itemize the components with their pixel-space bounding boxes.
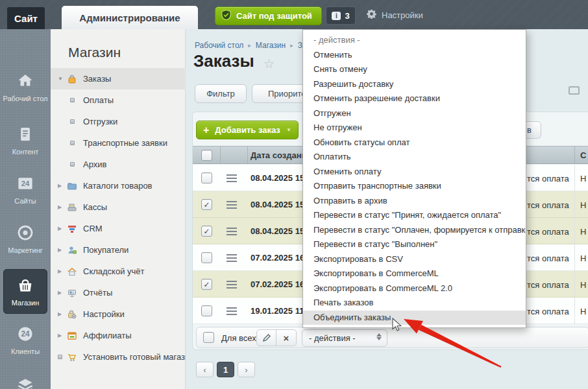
page-next-button[interactable]: ›: [238, 362, 255, 377]
sidebar-item-sub-4[interactable]: Архив: [51, 154, 186, 175]
row-menu-icon[interactable]: [227, 307, 237, 315]
actions-menu-item[interactable]: Снять отмену: [303, 62, 526, 77]
actions-menu-item[interactable]: Отправить в архив: [303, 194, 526, 209]
rail-item-services[interactable]: Сервисы: [0, 375, 51, 389]
actions-menu-item[interactable]: Отменить оплату: [303, 165, 526, 180]
page-prev-button[interactable]: ‹: [196, 362, 214, 377]
actions-menu-item[interactable]: Обновить статусы оплат: [303, 136, 526, 150]
sidebar-item-cart[interactable]: Установить готовый магазин: [51, 346, 186, 368]
notifications-button[interactable]: i 3: [326, 6, 356, 25]
column-divider: [574, 298, 575, 324]
filter-button[interactable]: Фильтр: [195, 84, 247, 103]
row-menu-icon[interactable]: [227, 281, 237, 289]
chevron-down-icon[interactable]: ▼: [58, 76, 63, 82]
sidebar-item-affiliates[interactable]: ▶Аффилиаты: [51, 325, 186, 346]
rail-item-label: Маркетинг: [0, 246, 51, 255]
module-rail: Рабочий столКонтент24СайтыМаркетингМагаз…: [0, 29, 51, 389]
column-header-partial[interactable]: С: [580, 150, 586, 160]
row-checkbox[interactable]: ✓: [201, 279, 212, 290]
sidebar-item-label: Отчёты: [83, 288, 112, 298]
rail-item-content[interactable]: Контент: [0, 124, 51, 156]
page-number-button[interactable]: 1: [217, 362, 234, 377]
actions-menu-item[interactable]: Экспортировать в CSV: [303, 252, 526, 267]
tab-site[interactable]: Сайт: [7, 7, 45, 29]
row-checkbox[interactable]: [201, 305, 212, 316]
row-checkbox[interactable]: [201, 252, 212, 263]
actions-menu-item[interactable]: Печать заказов: [303, 296, 526, 311]
actions-menu-item[interactable]: Экспортировать в CommerceML 2.0: [303, 281, 526, 296]
sidebar-item-warehouse[interactable]: ▶Складской учёт: [51, 261, 186, 282]
for-all-checkbox[interactable]: [203, 332, 214, 343]
row-checkbox[interactable]: ✓: [201, 226, 212, 237]
actions-menu-item[interactable]: Перевести в статус "Принят, ожидается оп…: [303, 208, 526, 223]
sidebar-item-label: Установить готовый магазин: [83, 352, 186, 362]
row-checkbox[interactable]: ✓: [201, 199, 212, 210]
rail-item-shop[interactable]: Магазин: [3, 269, 47, 314]
sidebar-item-crm[interactable]: ▶CRM: [51, 218, 186, 239]
column-divider: [574, 271, 575, 297]
settings-button[interactable]: Настройки: [367, 9, 423, 21]
actions-menu-item[interactable]: - действия -: [303, 33, 526, 48]
row-menu-icon[interactable]: [227, 228, 237, 235]
sidebar-item-sub-2[interactable]: Отгрузки: [51, 111, 186, 132]
breadcrumb-link-shop[interactable]: Магазин: [256, 41, 286, 50]
for-all-label: Для всех: [221, 333, 256, 343]
sidebar-item-sub-1[interactable]: Оплаты: [51, 89, 186, 111]
actions-select[interactable]: - действия -: [302, 329, 387, 347]
site-protected-button[interactable]: Сайт под защитой: [215, 6, 322, 25]
chevron-right-icon[interactable]: ▶: [58, 333, 62, 338]
plus-icon: +: [203, 124, 209, 136]
row-menu-icon[interactable]: [227, 254, 237, 262]
select-all-checkbox[interactable]: [201, 150, 212, 161]
status-cell-partial: тся оплата: [527, 280, 569, 290]
actions-menu-item[interactable]: Разрешить доставку: [303, 77, 526, 92]
settings-bag-icon: [67, 309, 77, 320]
row-checkbox[interactable]: [201, 172, 212, 183]
actions-menu-item[interactable]: Перевести в статус "Выполнен": [303, 237, 526, 252]
chevron-right-icon[interactable]: ▶: [58, 183, 62, 189]
sidebar-item-orders-bag[interactable]: ▼Заказы: [51, 68, 186, 89]
grid-settings-icon[interactable]: [569, 86, 580, 95]
actions-menu-item[interactable]: Не отгружен: [303, 121, 526, 136]
actions-menu-item[interactable]: Отменить: [303, 48, 526, 63]
chevron-right-icon[interactable]: ▶: [58, 226, 62, 231]
settings-label: Настройки: [382, 10, 423, 20]
sidebar-item-settings-bag[interactable]: ▶Настройки: [51, 303, 186, 325]
column-divider: [574, 165, 575, 191]
sidebar-item-reports[interactable]: ▶Отчёты: [51, 282, 186, 303]
home-icon: [0, 71, 51, 91]
chevron-right-icon[interactable]: ▶: [58, 311, 62, 317]
actions-menu-item[interactable]: Оплатить: [303, 150, 526, 165]
rail-item-label: Клиенты: [0, 348, 51, 356]
favorite-star-icon[interactable]: ☆: [263, 56, 275, 71]
add-order-button[interactable]: + Добавить заказ ▼: [196, 121, 299, 139]
edit-button[interactable]: [256, 329, 276, 346]
actions-menu-item[interactable]: Отправить транспортные заявки: [303, 179, 526, 194]
actions-menu-item[interactable]: Отменить разрешение доставки: [303, 91, 526, 106]
rail-item-marketing[interactable]: Маркетинг: [0, 222, 51, 255]
chevron-right-icon[interactable]: ▶: [58, 290, 62, 296]
actions-menu-item[interactable]: Перевести в статус "Оплачен, формируется…: [303, 223, 526, 238]
rail-item-home[interactable]: Рабочий стол: [0, 71, 51, 103]
chevron-right-icon[interactable]: ▶: [58, 268, 62, 274]
rail-item-sites[interactable]: 24Сайты: [0, 173, 51, 206]
rail-item-clients[interactable]: 24Клиенты: [0, 324, 51, 356]
actions-menu-item[interactable]: Отгружен: [303, 106, 526, 121]
right-cell-partial: Н: [580, 307, 586, 316]
sidebar-item-sub-3[interactable]: Транспортные заявки: [51, 132, 186, 154]
breadcrumb-link-desktop[interactable]: Рабочий стол: [195, 41, 243, 50]
folder-icon: [67, 181, 77, 191]
tab-administration[interactable]: Администрирование: [62, 6, 198, 29]
sidebar-item-label: Каталоги товаров: [83, 181, 153, 191]
row-menu-icon[interactable]: [227, 174, 237, 182]
sidebar-item-folder[interactable]: ▶Каталоги товаров: [51, 175, 186, 196]
reports-icon: [67, 288, 77, 298]
delete-button[interactable]: ×: [276, 329, 297, 346]
chevron-right-icon[interactable]: ▶: [58, 204, 62, 210]
actions-menu-item[interactable]: Экспортировать в CommerceML: [303, 266, 526, 281]
sidebar-item-cashbox[interactable]: ▶Кассы: [51, 196, 186, 218]
row-menu-icon[interactable]: [227, 201, 237, 209]
sidebar-item-customers[interactable]: ▶Покупатели: [51, 239, 186, 261]
chevron-right-icon[interactable]: ▶: [58, 247, 62, 253]
actions-menu-item[interactable]: Объединить заказы: [303, 311, 526, 325]
